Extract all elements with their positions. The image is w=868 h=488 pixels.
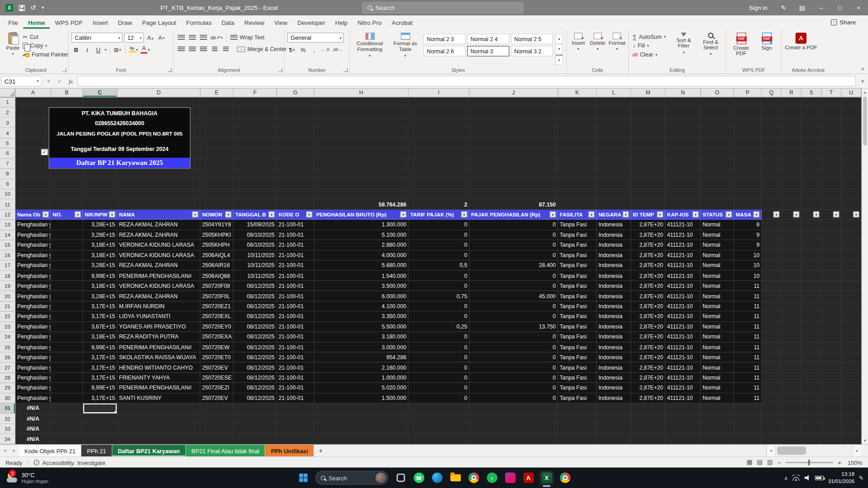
cell-U27[interactable] [841,363,861,373]
cell-Q30[interactable] [762,393,782,404]
vertical-scroll-thumb[interactable] [863,97,867,145]
orientation-button[interactable]: ab↗▾ [210,33,223,42]
menu-tab-nitro-pro[interactable]: Nitro Pro [353,15,387,28]
cell-M11[interactable] [631,199,665,210]
merge-center-button[interactable]: ↔Merge & Center▾ [236,45,292,53]
cell-B11[interactable] [51,199,83,210]
cell-B28[interactable] [51,373,83,383]
cell-N19[interactable]: 411121-10 [665,281,701,291]
cell-T15[interactable] [821,240,841,251]
cell-K7[interactable] [558,159,597,169]
cell-Q1[interactable] [762,98,782,108]
cell-I20[interactable]: 0,75 [409,291,470,301]
cell-C32[interactable] [83,413,118,424]
cell-style-normal-2-6[interactable]: Normal 2 6 [424,46,466,56]
cell-S27[interactable] [802,363,821,373]
cell-A9[interactable] [15,179,51,189]
cell-J19[interactable]: 0 [469,281,558,291]
cell-H7[interactable] [315,159,409,169]
cell-T2[interactable] [821,108,841,118]
cell-S16[interactable] [802,250,821,261]
find-select-button[interactable]: Find & Select ▾ [698,31,723,66]
cell-U2[interactable] [841,108,861,118]
cell-F15[interactable]: 08/10/2025 [234,240,277,251]
cell-N15[interactable]: 411121-10 [665,240,701,251]
cell-N20[interactable]: 411121-10 [665,291,701,301]
taskbar-app-whatsapp-icon[interactable]: ☎ [411,470,426,485]
cell-B31[interactable] [51,404,83,414]
cell-L24[interactable]: Indonesia [597,332,631,343]
borders-button[interactable]: ⊞▾ [113,45,122,54]
column-header-C[interactable]: C [83,89,118,98]
cell-T24[interactable] [821,332,841,343]
filter-dropdown-icon[interactable]: ▾ [75,211,80,217]
cell-A2[interactable] [15,108,51,118]
cell-Q12[interactable]: ▾ [762,210,782,220]
cell-U31[interactable] [841,404,861,414]
cell-I28[interactable]: 0 [409,373,470,383]
cell-M34[interactable] [631,434,665,445]
cell-G18[interactable]: 21-100-01 [277,271,314,281]
cell-I15[interactable]: 0 [409,240,470,251]
cell-I3[interactable] [409,118,470,128]
cell-Q2[interactable] [762,108,782,118]
cell-O10[interactable] [701,189,734,200]
cell-N18[interactable]: 411121-10 [665,271,701,281]
cell-G31[interactable] [277,404,314,414]
cell-S19[interactable] [802,281,821,291]
cell-M26[interactable]: 2,87E+20 [631,352,665,363]
cell-D26[interactable]: SKOLASTIKA RAISSA WIJAYA [118,352,201,363]
cell-P27[interactable]: 11 [734,363,762,373]
cell-N10[interactable] [665,189,701,200]
cell-I34[interactable] [409,434,470,445]
cell-F33[interactable] [234,424,277,434]
filter-dropdown-icon[interactable]: ▾ [225,211,231,217]
cell-D30[interactable]: SANTI KUSRINY [118,393,201,404]
cell-R29[interactable] [782,383,802,394]
cell-D14[interactable]: REZA AKMAL ZAHRAN [118,230,201,240]
cell-O12[interactable]: STATUS▾ [701,210,734,220]
volume-icon[interactable] [804,475,810,481]
cell-U24[interactable] [841,332,861,343]
cell-L9[interactable] [597,179,631,189]
cell-B20[interactable] [51,291,83,301]
cell-T4[interactable] [821,128,841,138]
cell-L15[interactable]: Indonesia [597,240,631,251]
cell-P11[interactable] [734,199,762,210]
cell-K26[interactable]: Tanpa Fasi [558,352,597,363]
cell-E6[interactable] [200,148,233,159]
cell-T34[interactable] [821,434,841,445]
cell-H2[interactable] [315,108,409,118]
cell-H10[interactable] [315,189,409,200]
cell-T7[interactable] [821,159,841,169]
font-color-button[interactable]: A▾ [140,45,151,54]
active-cell-C31[interactable] [83,404,118,414]
cell-P21[interactable]: 11 [734,301,762,312]
cell-R15[interactable] [782,240,802,251]
cell-H12[interactable]: PENGHASILAN BRUTO (Rp)▾ [315,210,409,220]
cell-S18[interactable] [802,271,821,281]
cell-C13[interactable]: 3,28E+15 [83,220,118,230]
cell-S11[interactable] [802,199,821,210]
cell-S1[interactable] [802,98,821,108]
cell-style-normal-2-5[interactable]: Normal 2 5 [511,34,553,44]
cell-P13[interactable]: 8 [734,220,762,230]
increase-indent-button[interactable] [221,44,231,54]
cell-O11[interactable] [701,199,734,210]
menu-tab-help[interactable]: Help [330,15,353,28]
row-header-19[interactable]: 19 [0,281,15,291]
cell-M32[interactable] [631,413,665,424]
cell-R19[interactable] [782,281,802,291]
select-all-corner[interactable] [0,89,15,98]
cell-I12[interactable]: TARIF PAJAK (%)▾ [409,210,470,220]
cell-Q33[interactable] [762,424,782,434]
cell-O9[interactable] [701,179,734,189]
cell-B9[interactable] [51,179,83,189]
cell-K22[interactable]: Tanpa Fasi [558,312,597,322]
cell-J21[interactable]: 0 [469,301,558,312]
cell-D23[interactable]: YOANES ARI PRASETIYO [118,322,201,332]
cell-I23[interactable]: 0,25 [409,322,470,332]
cell-Q16[interactable] [762,250,782,261]
decrease-decimal-button[interactable]: .00→ [331,45,343,54]
cell-K6[interactable] [558,148,597,159]
